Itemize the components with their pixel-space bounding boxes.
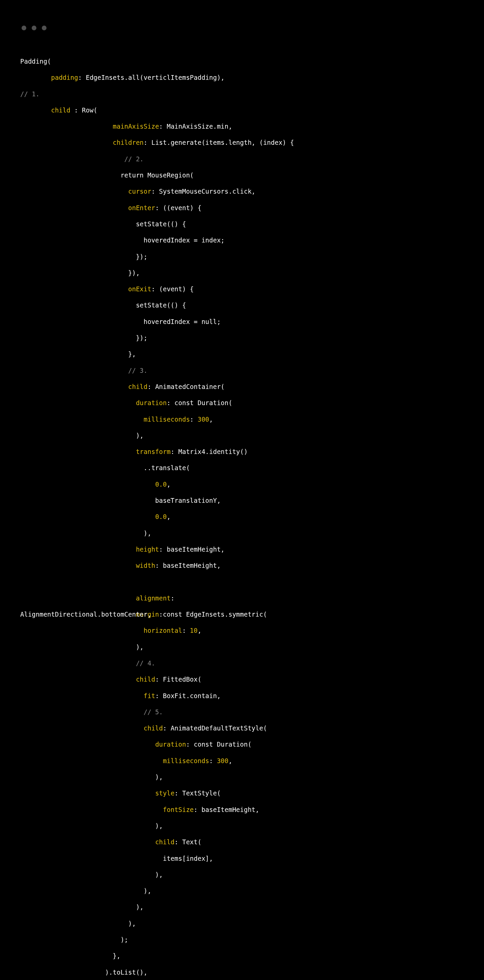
code-token: child <box>144 724 163 732</box>
code-token: , <box>167 513 171 520</box>
code-token: hoveredIndex = index; <box>20 236 224 244</box>
code-comment: // 5. <box>144 708 163 716</box>
code-token <box>20 107 51 114</box>
code-token: : baseItemHeight, <box>155 562 220 569</box>
code-token: child <box>128 383 147 390</box>
code-token <box>20 204 128 212</box>
code-token: alignment <box>136 594 171 602</box>
code-token: : List.generate(items.length, (index) { <box>144 139 294 146</box>
window-dot <box>22 25 26 30</box>
code-token <box>20 285 128 293</box>
code-token <box>20 399 136 406</box>
code-token: padding <box>51 74 78 81</box>
code-token <box>20 188 128 195</box>
code-token: : TextStyle( <box>174 789 221 797</box>
code-token: , <box>228 757 232 764</box>
code-token <box>20 757 163 764</box>
code-token: 0.0 <box>155 513 166 520</box>
code-token: child <box>136 676 155 683</box>
code-token: : baseItemHeight, <box>159 546 224 553</box>
code-comment: // 4. <box>136 659 155 667</box>
code-token <box>20 594 136 602</box>
code-token <box>20 415 144 423</box>
code-token <box>20 578 24 585</box>
code-token: child <box>155 838 174 846</box>
code-token: : SystemMouseCursors.click, <box>151 188 256 195</box>
code-token: setState(() { <box>20 301 186 309</box>
code-token: milliseconds <box>144 415 190 423</box>
code-token: : const Duration( <box>167 399 232 406</box>
code-token: fit <box>144 692 155 700</box>
code-token: ), <box>20 903 144 911</box>
code-token: ).toList(), <box>20 969 148 976</box>
code-token: : ((event) { <box>155 204 201 212</box>
code-token: : <box>209 757 217 764</box>
code-token <box>20 724 144 732</box>
code-token: : MainAxisSize.min, <box>159 123 232 130</box>
code-token: ); <box>20 936 128 943</box>
code-token: width <box>136 562 155 569</box>
code-token: }); <box>20 334 148 342</box>
code-token: setState(() { <box>20 220 186 228</box>
code-token: ), <box>20 530 151 537</box>
code-comment: // 3. <box>128 367 147 374</box>
code-token: duration <box>136 399 167 406</box>
code-token <box>20 546 136 553</box>
code-token <box>20 708 144 716</box>
code-token: items[index], <box>20 855 213 862</box>
code-token: }, <box>20 350 136 358</box>
code-token <box>20 139 113 146</box>
code-token <box>20 367 128 374</box>
code-token: style <box>155 789 174 797</box>
code-token: 10 <box>190 627 198 634</box>
code-token: mainAxisSize <box>113 123 159 130</box>
code-token <box>20 74 51 81</box>
code-token: ), <box>20 643 144 651</box>
code-comment: // 2. <box>125 155 144 163</box>
code-pre: Padding( padding: EdgeInsets.all(verticl… <box>20 53 471 980</box>
code-token: AlignmentDirectional.bottomCenter, <box>20 606 151 622</box>
code-token: }); <box>20 253 148 260</box>
code-token: child <box>51 107 70 114</box>
code-token <box>20 513 155 520</box>
window-dot <box>32 25 37 30</box>
code-token <box>20 448 136 455</box>
code-token: baseTranslationY, <box>20 497 221 504</box>
code-token <box>20 676 136 683</box>
code-token: onExit <box>128 285 151 293</box>
code-token <box>20 562 136 569</box>
window-dot <box>42 25 46 30</box>
code-token: children <box>113 139 144 146</box>
code-token: : <box>182 627 190 634</box>
code-token: ), <box>20 822 163 829</box>
code-token <box>20 383 128 390</box>
code-token: return MouseRegion( <box>20 172 194 179</box>
code-token: hoveredIndex = null; <box>20 318 221 325</box>
code-token: fontSize <box>163 806 194 813</box>
code-token: : AnimatedContainer( <box>148 383 225 390</box>
code-token: , <box>167 480 171 488</box>
code-token: ..translate( <box>20 464 190 471</box>
code-token: milliseconds <box>163 757 209 764</box>
code-token: }), <box>20 269 140 277</box>
code-token: : (event) { <box>151 285 194 293</box>
code-token: : const Duration( <box>186 741 251 748</box>
code-token <box>20 480 155 488</box>
code-token <box>20 806 163 813</box>
code-token: duration <box>155 741 186 748</box>
code-token: 0.0 <box>155 480 166 488</box>
code-token: : Text( <box>174 838 201 846</box>
code-token <box>20 692 144 700</box>
code-token: ), <box>20 887 151 894</box>
code-token: horizontal <box>144 627 182 634</box>
code-token: ), <box>20 432 144 439</box>
code-token: Padding( <box>20 57 51 65</box>
code-token: : baseItemHeight, <box>194 806 259 813</box>
window-controls <box>22 25 46 30</box>
code-token: transform <box>136 448 171 455</box>
code-token <box>20 659 136 667</box>
code-token: , <box>209 415 213 423</box>
code-token: 300 <box>198 415 209 423</box>
code-token <box>20 627 144 634</box>
code-token: : AnimatedDefaultTextStyle( <box>163 724 267 732</box>
